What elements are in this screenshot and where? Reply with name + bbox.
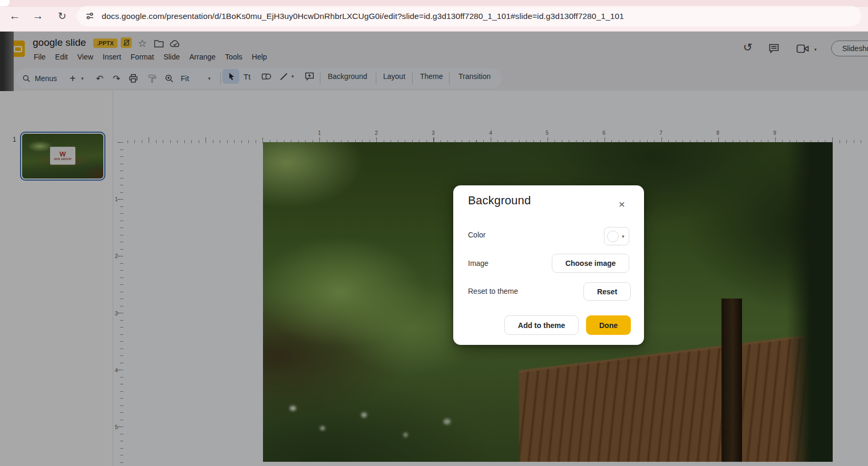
dialog-title: Background: [468, 194, 531, 207]
address-bar[interactable]: docs.google.com/presentation/d/1BoKs0mu_…: [77, 6, 861, 26]
background-dialog: Background × Color ▾ Image Choose image …: [453, 185, 644, 345]
color-label: Color: [468, 231, 485, 239]
reset-to-theme-label: Reset to theme: [468, 287, 518, 295]
done-button[interactable]: Done: [586, 315, 631, 335]
background-color-picker[interactable]: ▾: [604, 227, 629, 245]
image-label: Image: [468, 259, 489, 267]
color-swatch-circle: [607, 231, 619, 242]
color-caret-icon: ▾: [622, 234, 625, 239]
reload-icon[interactable]: ↻: [53, 0, 71, 32]
add-to-theme-button[interactable]: Add to theme: [504, 315, 579, 335]
close-icon[interactable]: ×: [613, 196, 630, 213]
screen: ← → ↻ docs.google.com/presentation/d/1Bo…: [0, 0, 868, 466]
reset-button[interactable]: Reset: [583, 282, 631, 301]
url-text: docs.google.com/presentation/d/1BoKs0mu_…: [102, 12, 624, 21]
back-icon[interactable]: ←: [6, 0, 24, 32]
forward-icon[interactable]: →: [29, 0, 47, 32]
choose-image-button[interactable]: Choose image: [552, 254, 629, 273]
modal-scrim: [0, 32, 868, 466]
site-info-icon[interactable]: [85, 12, 94, 21]
browser-toolbar: ← → ↻ docs.google.com/presentation/d/1Bo…: [0, 0, 868, 32]
